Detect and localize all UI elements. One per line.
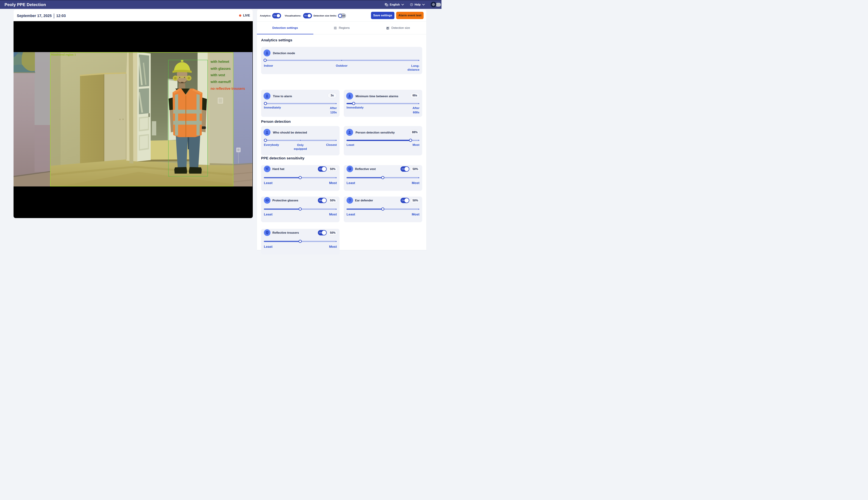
svg-text:?: ? bbox=[411, 4, 412, 5]
svg-text:no reflective trousers: no reflective trousers bbox=[210, 87, 245, 90]
svg-text:with helmet: with helmet bbox=[210, 60, 229, 64]
svg-text:with earmuff: with earmuff bbox=[210, 80, 231, 84]
svg-text:with vest: with vest bbox=[210, 73, 225, 77]
svg-text:Monitored region 1: Monitored region 1 bbox=[51, 53, 76, 56]
svg-text:with glasses: with glasses bbox=[210, 67, 231, 70]
